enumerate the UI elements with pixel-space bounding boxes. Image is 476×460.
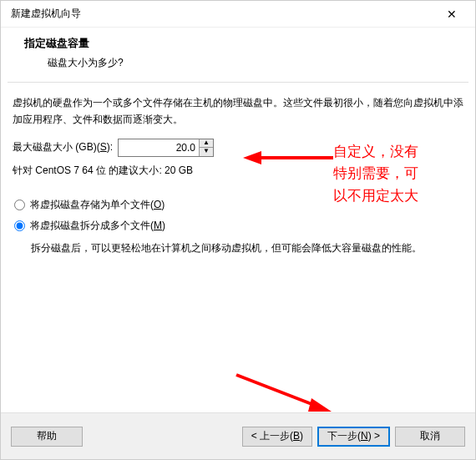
annotation-text: 自定义，没有 特别需要，可 以不用定太大 (333, 141, 418, 207)
disk-description: 虚拟机的硬盘作为一个或多个文件存储在主机的物理磁盘中。这些文件最初很小，随着您向… (13, 94, 463, 129)
help-button[interactable]: 帮助 (11, 427, 83, 447)
radio-single-label: 将虚拟磁盘存储为单个文件(O) (30, 198, 165, 212)
titlebar: 新建虚拟机向导 ✕ (1, 1, 475, 28)
disk-size-input[interactable] (119, 139, 199, 156)
svg-line-2 (236, 375, 318, 407)
disk-size-label: 最大磁盘大小 (GB)(S): (13, 140, 113, 154)
page-title: 指定磁盘容量 (24, 36, 452, 51)
spinner-down-icon[interactable]: ▼ (200, 148, 213, 156)
wizard-window: 新建虚拟机向导 ✕ 指定磁盘容量 磁盘大小为多少? 虚拟机的硬盘作为一个或多个文… (0, 0, 476, 460)
next-button[interactable]: 下一步(N) > (317, 427, 390, 447)
cancel-button[interactable]: 取消 (395, 427, 465, 447)
wizard-header: 指定磁盘容量 磁盘大小为多少? (1, 28, 475, 82)
radio-split-files[interactable]: 将虚拟磁盘拆分成多个文件(M) (13, 219, 463, 233)
annotation-arrow-1-icon (243, 148, 335, 168)
back-button[interactable]: < 上一步(B) (242, 427, 312, 447)
radio-split-input[interactable] (14, 220, 25, 231)
page-subtitle: 磁盘大小为多少? (24, 56, 452, 70)
svg-marker-3 (308, 398, 332, 412)
window-title: 新建虚拟机向导 (11, 7, 435, 21)
svg-marker-1 (243, 151, 261, 164)
close-icon[interactable]: ✕ (435, 8, 468, 21)
radio-single-input[interactable] (14, 200, 25, 210)
split-description: 拆分磁盘后，可以更轻松地在计算机之间移动虚拟机，但可能会降低大容量磁盘的性能。 (13, 240, 463, 256)
disk-size-spinner[interactable]: ▲ ▼ (118, 139, 214, 157)
footer: 帮助 < 上一步(B) 下一步(N) > 取消 (1, 412, 475, 459)
radio-split-label: 将虚拟磁盘拆分成多个文件(M) (30, 219, 165, 233)
